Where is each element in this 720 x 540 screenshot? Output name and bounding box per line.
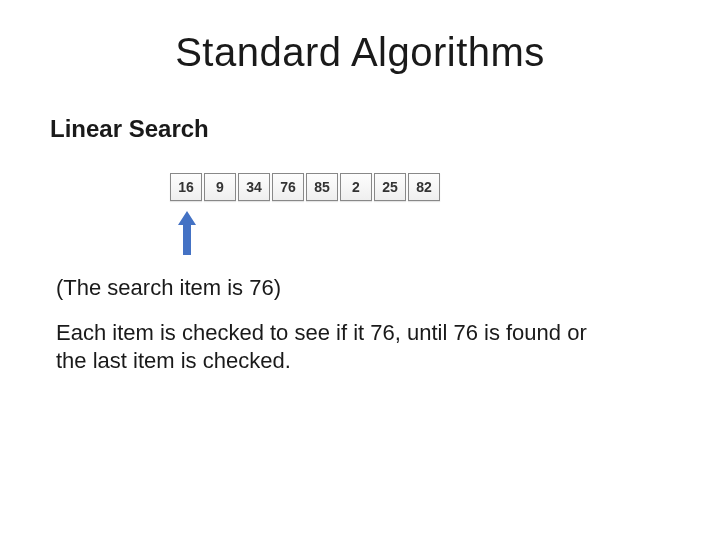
- array-cell: 34: [238, 173, 270, 201]
- page-title: Standard Algorithms: [50, 30, 670, 75]
- array-cell: 82: [408, 173, 440, 201]
- array-cell: 85: [306, 173, 338, 201]
- array-visual: 16934768522582: [170, 173, 670, 201]
- arrow-up-icon: [178, 211, 196, 255]
- svg-marker-0: [178, 211, 196, 255]
- array-row: 16934768522582: [170, 173, 670, 201]
- pointer-arrow: [170, 211, 670, 255]
- search-target-note: (The search item is 76): [56, 275, 670, 301]
- section-heading: Linear Search: [50, 115, 670, 143]
- slide: Standard Algorithms Linear Search 169347…: [0, 0, 720, 404]
- array-cell: 25: [374, 173, 406, 201]
- array-cell: 76: [272, 173, 304, 201]
- array-cell: 16: [170, 173, 202, 201]
- algorithm-description: Each item is checked to see if it 76, un…: [56, 319, 596, 374]
- array-cell: 9: [204, 173, 236, 201]
- array-cell: 2: [340, 173, 372, 201]
